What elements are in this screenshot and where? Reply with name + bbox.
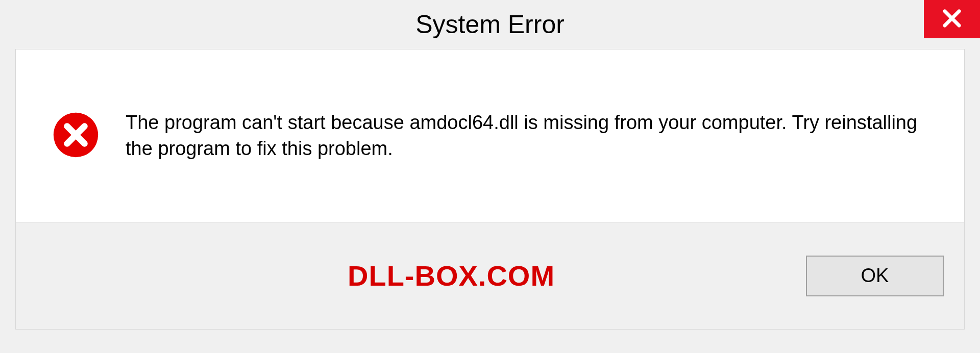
content-panel: The program can't start because amdocl64…	[15, 49, 965, 222]
watermark-text: DLL-BOX.COM	[348, 259, 555, 292]
error-message: The program can't start because amdocl64…	[126, 110, 928, 162]
dialog-footer: DLL-BOX.COM OK	[15, 222, 965, 330]
window-title: System Error	[415, 10, 565, 39]
titlebar: System Error	[0, 0, 980, 49]
error-icon	[52, 111, 100, 161]
close-button[interactable]	[924, 0, 980, 38]
close-icon	[942, 8, 962, 31]
ok-button[interactable]: OK	[806, 256, 944, 296]
ok-button-label: OK	[861, 265, 889, 287]
